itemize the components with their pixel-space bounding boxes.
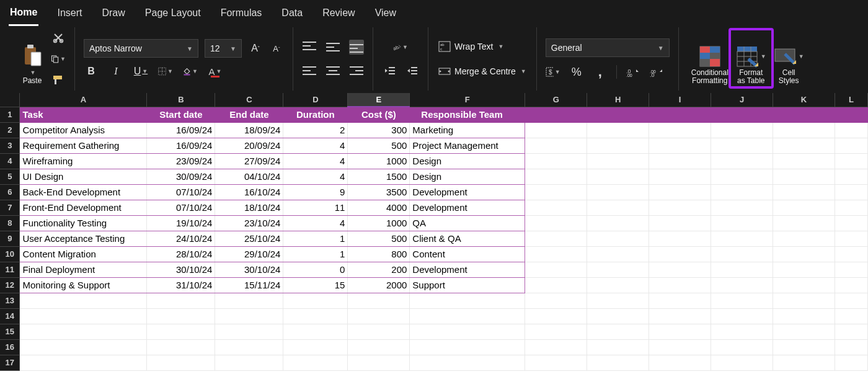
cell[interactable]: 500 — [348, 138, 410, 153]
col-header-L[interactable]: L — [835, 93, 867, 107]
cell[interactable] — [711, 308, 773, 324]
cell[interactable] — [835, 200, 867, 215]
cell[interactable] — [20, 339, 147, 355]
cell[interactable]: End date — [215, 107, 283, 122]
cell[interactable]: 23/10/24 — [215, 215, 283, 231]
cell[interactable]: Competitor Analysis — [20, 122, 147, 138]
cell[interactable] — [773, 122, 835, 138]
cell[interactable] — [711, 215, 773, 231]
cell[interactable]: 16/10/24 — [215, 184, 283, 200]
cell[interactable] — [215, 293, 283, 308]
cell[interactable]: 15 — [283, 277, 348, 293]
cell[interactable] — [835, 153, 867, 169]
cell[interactable] — [587, 308, 649, 324]
cell[interactable]: User Acceptance Testing — [20, 231, 147, 246]
cell[interactable] — [587, 153, 649, 169]
cell[interactable]: 300 — [348, 122, 410, 138]
cell[interactable]: 800 — [348, 246, 410, 262]
cell[interactable] — [773, 184, 835, 200]
cell[interactable]: 11 — [283, 200, 348, 215]
col-header-H[interactable]: H — [587, 93, 649, 107]
row-header[interactable]: 6 — [0, 184, 20, 200]
col-header-G[interactable]: G — [525, 93, 587, 107]
cell[interactable]: Marketing — [410, 122, 525, 138]
cell[interactable] — [525, 184, 587, 200]
col-header-E[interactable]: E — [348, 93, 410, 107]
cell[interactable] — [525, 200, 587, 215]
cell[interactable]: Monitoring & Support — [20, 277, 147, 293]
tab-formulas[interactable]: Formulas — [219, 4, 264, 25]
cell[interactable] — [348, 324, 410, 339]
cell[interactable] — [649, 200, 711, 215]
cell[interactable] — [525, 355, 587, 370]
cell[interactable] — [20, 308, 147, 324]
cell[interactable] — [773, 339, 835, 355]
cell[interactable] — [835, 107, 867, 122]
cell[interactable] — [283, 308, 348, 324]
row-header[interactable]: 2 — [0, 122, 20, 138]
tab-draw[interactable]: Draw — [100, 4, 126, 25]
cell[interactable] — [835, 215, 867, 231]
cell[interactable]: Content — [410, 246, 525, 262]
tab-data[interactable]: Data — [280, 4, 304, 25]
cell[interactable] — [835, 231, 867, 246]
comma-button[interactable]: , — [593, 64, 608, 79]
increase-font-button[interactable]: Aˆ — [248, 41, 263, 56]
cell[interactable]: 24/10/24 — [147, 231, 215, 246]
cell[interactable] — [649, 308, 711, 324]
cell[interactable] — [147, 293, 215, 308]
cell[interactable]: 500 — [348, 231, 410, 246]
cell[interactable]: 2 — [283, 122, 348, 138]
cell[interactable]: 4000 — [348, 200, 410, 215]
cell[interactable] — [649, 138, 711, 153]
cell[interactable]: Support — [410, 277, 525, 293]
cell[interactable] — [773, 153, 835, 169]
cell[interactable]: 3500 — [348, 184, 410, 200]
select-all-corner[interactable] — [0, 93, 20, 107]
cell[interactable]: 07/10/24 — [147, 200, 215, 215]
cell[interactable]: 29/10/24 — [215, 246, 283, 262]
cell[interactable]: 0 — [283, 262, 348, 277]
font-name-select[interactable]: Aptos Narrow▼ — [84, 39, 198, 58]
cell[interactable]: 30/10/24 — [147, 262, 215, 277]
paste-button[interactable]: ▼ Paste — [17, 30, 47, 87]
cell[interactable] — [147, 355, 215, 370]
cell[interactable] — [649, 184, 711, 200]
cell[interactable] — [525, 277, 587, 293]
cell[interactable]: 4 — [283, 138, 348, 153]
row-header[interactable]: 10 — [0, 246, 20, 262]
cell[interactable]: Cost ($) — [348, 107, 410, 122]
cell[interactable]: Development — [410, 184, 525, 200]
cell[interactable]: Design — [410, 153, 525, 169]
cell[interactable] — [525, 107, 587, 122]
cell[interactable]: Duration — [283, 107, 348, 122]
cell[interactable]: 18/10/24 — [215, 200, 283, 215]
row-header[interactable]: 3 — [0, 138, 20, 153]
font-color-button[interactable]: A ▼ — [208, 64, 223, 79]
tab-insert[interactable]: Insert — [56, 4, 83, 25]
cell[interactable] — [711, 107, 773, 122]
cell[interactable]: Final Deployment — [20, 262, 147, 277]
row-header[interactable]: 1 — [0, 107, 20, 122]
cell[interactable] — [587, 277, 649, 293]
cell[interactable] — [711, 277, 773, 293]
italic-button[interactable]: I — [108, 64, 123, 79]
conditional-formatting-button[interactable]: Conditional Formatting — [688, 30, 732, 87]
row-header[interactable]: 5 — [0, 169, 20, 184]
cell[interactable] — [587, 138, 649, 153]
cell[interactable] — [649, 215, 711, 231]
cell[interactable] — [525, 293, 587, 308]
cell[interactable] — [410, 293, 525, 308]
cell[interactable] — [711, 293, 773, 308]
cell[interactable] — [525, 262, 587, 277]
cell[interactable]: 4 — [283, 153, 348, 169]
cell[interactable]: 30/09/24 — [147, 169, 215, 184]
cell[interactable] — [348, 308, 410, 324]
cell[interactable] — [835, 339, 867, 355]
cell[interactable]: 25/10/24 — [215, 231, 283, 246]
cell[interactable] — [649, 355, 711, 370]
align-left-button[interactable] — [302, 63, 317, 78]
row-header[interactable]: 15 — [0, 324, 20, 339]
row-header[interactable]: 9 — [0, 231, 20, 246]
cell[interactable] — [587, 184, 649, 200]
